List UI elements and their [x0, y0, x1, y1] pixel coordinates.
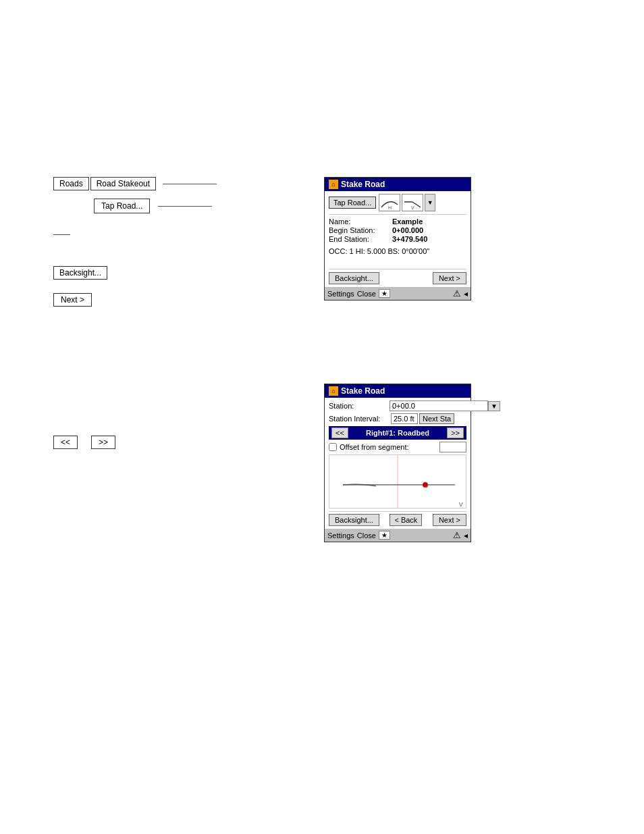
offset-input[interactable] [439, 442, 466, 452]
begin-station-value: 0+00.000 [392, 226, 423, 234]
stake-road-dialog-bottom: ⌂ Stake Road Station: ▼ Station Interval… [324, 384, 471, 542]
svg-point-6 [423, 482, 428, 488]
roadbed-label: Right#1: Roadbed [351, 429, 444, 437]
stake-road-dialog-top: ⌂ Stake Road Tap Road... H V [324, 177, 471, 301]
occ-line: OCC: 1 HI: 5.000 BS: 0°00'00" [329, 247, 466, 255]
settings-button-top[interactable]: Settings [327, 290, 354, 298]
close-button-top[interactable]: Close [357, 290, 376, 298]
dialog-footer-top: Backsight... Next > [329, 269, 466, 284]
station-interval-row: Station Interval: Next Sta [329, 413, 466, 424]
road-stakeout-button[interactable]: Road Stakeout [90, 177, 156, 190]
tap-area: Tap Road... H V ▼ [329, 194, 466, 215]
backsight-dialog-bottom-button[interactable]: Backsight... [329, 514, 379, 526]
back-button[interactable]: < Back [390, 514, 422, 526]
roads-button[interactable]: Roads [53, 177, 89, 190]
star-button-top[interactable]: ★ [379, 289, 390, 298]
roadbed-nav-row: << Right#1: Roadbed >> [329, 426, 466, 440]
dialog-footer-bottom: Backsight... < Back Next > [329, 511, 466, 526]
dialog-icon-top: ⌂ [329, 180, 338, 189]
offset-segment-row: Offset from segment: [329, 442, 466, 452]
next-sta-button[interactable]: Next Sta [419, 413, 454, 424]
offset-checkbox[interactable] [329, 443, 337, 451]
alert-icon-bottom[interactable]: ⚠ [453, 530, 461, 540]
close-button-bottom[interactable]: Close [357, 531, 376, 540]
short-line [53, 234, 70, 235]
dialog-icon-bottom: ⌂ [329, 386, 338, 396]
nav-right-button[interactable]: >> [91, 436, 115, 449]
roadbed-nav-right-button[interactable]: >> [447, 427, 464, 438]
star-button-bottom[interactable]: ★ [379, 531, 390, 540]
dialog-title-label-top: Stake Road [341, 180, 385, 189]
tap-road-dialog-button[interactable]: Tap Road... [329, 197, 376, 209]
curve-dropdown-button[interactable]: ▼ [425, 194, 435, 211]
svg-text:V: V [459, 501, 463, 508]
dialog-title-label-bottom: Stake Road [341, 386, 385, 396]
station-interval-label: Station Interval: [329, 415, 390, 423]
alert-icon-top[interactable]: ⚠ [453, 288, 461, 298]
offset-segment-label: Offset from segment: [340, 443, 409, 451]
roadbed-nav-left-button[interactable]: << [331, 427, 348, 438]
next-button-left[interactable]: Next > [53, 293, 92, 307]
settings-bar-top: Settings Close ★ ⚠ ◂ [325, 287, 471, 300]
nav-arrows-area: << >> [53, 436, 115, 449]
visualization-area: V [329, 454, 466, 509]
svg-text:V: V [411, 205, 414, 210]
name-label: Name: [329, 217, 390, 226]
h-curve-icon-box[interactable]: H [379, 194, 400, 211]
dialog-title-top: ⌂ Stake Road [325, 178, 471, 191]
next-dialog-bottom-button[interactable]: Next > [433, 514, 466, 526]
station-dropdown-button[interactable]: ▼ [488, 401, 500, 411]
info-table: Name: Example Begin Station: 0+00.000 En… [329, 217, 466, 243]
breadcrumb-line-1 [163, 184, 217, 184]
svg-text:H: H [388, 205, 392, 210]
next-dialog-top-button[interactable]: Next > [433, 272, 466, 284]
dialog-title-bottom: ⌂ Stake Road [325, 384, 471, 398]
name-value: Example [392, 217, 423, 226]
backsight-dialog-top-button[interactable]: Backsight... [329, 272, 379, 284]
begin-station-label: Begin Station: [329, 226, 390, 234]
tap-road-button[interactable]: Tap Road... [94, 199, 150, 213]
breadcrumb-line-2 [158, 206, 212, 207]
nav-left-button[interactable]: << [53, 436, 78, 449]
settings-bar-bottom: Settings Close ★ ⚠ ◂ [325, 529, 471, 542]
expand-icon-top[interactable]: ◂ [464, 289, 468, 298]
v-curve-icon-box[interactable]: V [402, 194, 423, 211]
station-row: Station: ▼ [329, 400, 466, 411]
station-interval-input[interactable] [391, 413, 418, 424]
station-input[interactable] [390, 400, 488, 411]
end-station-label: End Station: [329, 235, 390, 243]
end-station-value: 3+479.540 [392, 235, 427, 243]
backsight-button-left[interactable]: Backsight... [53, 266, 107, 280]
curve-icons: H V ▼ [379, 194, 466, 211]
expand-icon-bottom[interactable]: ◂ [464, 531, 468, 540]
settings-button-bottom[interactable]: Settings [327, 531, 354, 540]
station-label: Station: [329, 402, 390, 410]
